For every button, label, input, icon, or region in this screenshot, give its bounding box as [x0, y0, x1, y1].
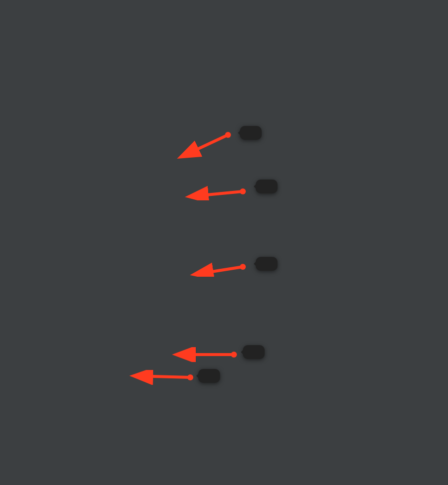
callout-4	[243, 345, 265, 359]
svg-line-9	[135, 376, 190, 377]
callout-5	[198, 369, 220, 383]
arrow-1	[173, 129, 233, 164]
svg-line-1	[182, 135, 228, 156]
arrow-5	[128, 370, 197, 385]
svg-point-2	[225, 132, 231, 138]
svg-point-4	[240, 188, 246, 194]
callout-2	[256, 180, 278, 193]
svg-line-5	[196, 267, 243, 274]
arrow-2	[183, 185, 248, 200]
svg-line-3	[191, 191, 243, 196]
arrow-4	[170, 347, 240, 362]
arrow-3	[188, 262, 248, 277]
callout-3	[256, 257, 278, 271]
callout-1	[240, 126, 262, 140]
svg-point-6	[240, 264, 246, 270]
